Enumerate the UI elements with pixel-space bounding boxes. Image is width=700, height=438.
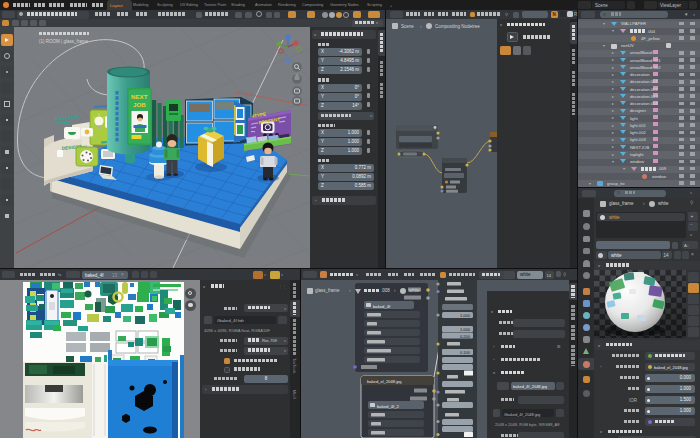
svg-text:0.100: 0.100 <box>460 350 471 355</box>
svg-text:baked_el_2048.jpg: baked_el_2048.jpg <box>367 379 402 384</box>
svg-text:0.200: 0.200 <box>460 334 471 339</box>
svg-text:JOB: JOB <box>133 101 146 108</box>
svg-text:baked_4f_2: baked_4f_2 <box>377 404 400 409</box>
svg-text:1.000: 1.000 <box>460 313 471 318</box>
svg-text:NEXT: NEXT <box>131 93 148 100</box>
svg-text:baked_4f: baked_4f <box>373 304 391 309</box>
svg-text:1.000: 1.000 <box>460 327 471 332</box>
